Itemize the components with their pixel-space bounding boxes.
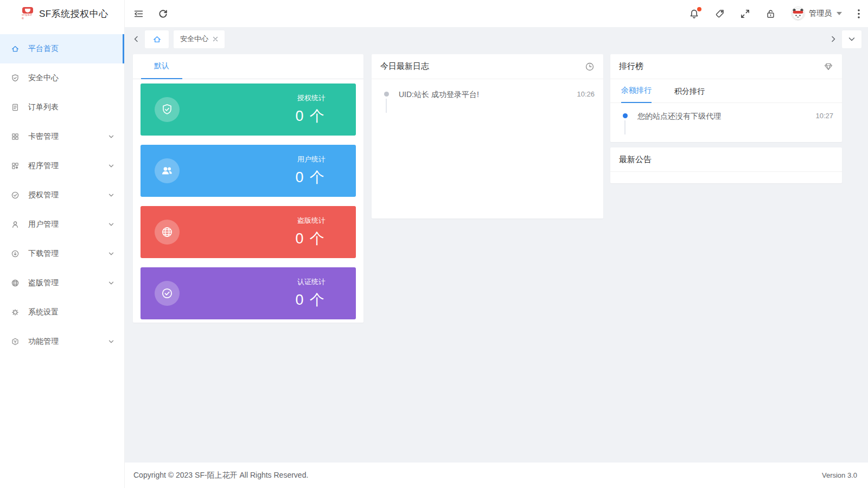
sidebar-item-platform-home[interactable]: 平台首页 <box>0 34 124 63</box>
stat-label: 授权统计 <box>295 93 326 103</box>
app-title: SF系统授权中心 <box>39 8 108 20</box>
sidebar-item-system-settings[interactable]: 系统设置 <box>0 298 124 327</box>
user-icon <box>11 220 20 229</box>
sidebar: SF系统授权 SF系统授权中心 平台首页 安全中心 订单列表 卡密管理 程序管理 <box>0 0 125 488</box>
user-menu[interactable]: 管理员 <box>791 7 842 21</box>
tab-security-center[interactable]: 安全中心 <box>174 30 225 48</box>
stat-card-users[interactable]: 用户统计 0 个 <box>141 145 356 197</box>
fullscreen-icon[interactable] <box>740 9 750 19</box>
stat-label: 认证统计 <box>295 277 326 287</box>
stats-panel-tabs: 默认 <box>133 54 363 79</box>
timeline-dot <box>623 113 628 118</box>
tab-bar: 安全中心 <box>125 27 868 51</box>
tab-label: 安全中心 <box>180 34 208 44</box>
tab-default[interactable]: 默认 <box>141 61 182 79</box>
sidebar-item-label: 程序管理 <box>28 161 108 171</box>
panel-title: 今日最新日志 <box>380 61 429 72</box>
app-logo-icon: SF系统授权 <box>22 7 34 20</box>
stat-cards: 授权统计 0 个 用户统计 0 个 盗版统计 0 个 <box>133 79 363 324</box>
sidebar-item-label: 安全中心 <box>28 73 114 83</box>
copyright-text: Copyright © 2023 SF-陌上花开 All Rights Rese… <box>133 471 308 480</box>
panel-title: 排行榜 <box>619 61 643 72</box>
sidebar-item-feature-mgmt[interactable]: 功能管理 <box>0 327 124 356</box>
log-time: 10:26 <box>577 89 595 98</box>
footer: Copyright © 2023 SF-陌上花开 All Rights Rese… <box>125 463 868 488</box>
sidebar-item-label: 用户管理 <box>28 220 108 229</box>
chevron-down-icon <box>108 192 114 198</box>
user-name: 管理员 <box>809 9 832 18</box>
top-header: 管理员 <box>125 0 868 27</box>
tabs-scroll-right-icon[interactable] <box>829 35 837 43</box>
panel-title: 最新公告 <box>619 155 652 165</box>
notice-panel: 最新公告 <box>610 147 842 183</box>
timeline-dot <box>384 92 389 97</box>
logo-row: SF系统授权 SF系统授权中心 <box>0 0 124 27</box>
shield-check-icon <box>11 74 20 82</box>
gem-icon <box>824 62 833 72</box>
stat-label: 盗版统计 <box>295 216 326 226</box>
rank-text: 您的站点还没有下级代理 <box>637 111 815 121</box>
today-log-panel: 今日最新日志 UID:站长 成功登录平台! 10:26 <box>372 54 603 219</box>
sidebar-item-piracy-mgmt[interactable]: 盗版管理 <box>0 268 124 298</box>
ranking-panel: 排行榜 余额排行 积分排行 您的站点还没有下级代理 10:27 <box>610 54 842 142</box>
sidebar-item-label: 订单列表 <box>28 102 114 112</box>
tabs-scroll-left-icon[interactable] <box>132 35 140 43</box>
stat-card-certification[interactable]: 认证统计 0 个 <box>141 267 356 319</box>
sidebar-item-card-key-mgmt[interactable]: 卡密管理 <box>0 122 124 151</box>
refresh-icon[interactable] <box>158 9 168 19</box>
stat-label: 用户统计 <box>295 155 326 164</box>
home-icon <box>11 44 20 53</box>
log-entry: UID:站长 成功登录平台! 10:26 <box>372 79 603 113</box>
sidebar-item-download-mgmt[interactable]: 下载管理 <box>0 239 124 268</box>
grid-plus-icon <box>11 162 20 170</box>
chevron-down-icon <box>108 251 114 257</box>
chevron-down-icon <box>848 35 856 43</box>
stat-value: 0 个 <box>295 168 326 187</box>
tab-home[interactable] <box>145 30 169 48</box>
gear-icon <box>11 308 20 317</box>
rank-entry: 您的站点还没有下级代理 10:27 <box>610 103 842 134</box>
stats-panel: 默认 授权统计 0 个 用户统计 0 个 盗 <box>133 54 363 323</box>
sidebar-item-license-mgmt[interactable]: 授权管理 <box>0 181 124 210</box>
tab-points-rank[interactable]: 积分排行 <box>674 87 705 103</box>
close-icon[interactable] <box>213 36 218 42</box>
version-text: Version 3.0 <box>822 471 857 479</box>
stat-card-authorization[interactable]: 授权统计 0 个 <box>141 84 356 136</box>
sidebar-item-order-list[interactable]: 订单列表 <box>0 93 124 122</box>
stat-value: 0 个 <box>295 290 326 310</box>
sidebar-item-user-mgmt[interactable]: 用户管理 <box>0 210 124 239</box>
sidebar-item-label: 系统设置 <box>28 307 114 317</box>
chevron-down-icon <box>108 133 114 140</box>
chevron-down-icon <box>108 338 114 345</box>
kebab-menu-icon[interactable] <box>857 9 860 19</box>
sidebar-item-security-center[interactable]: 安全中心 <box>0 63 124 93</box>
caret-down-icon <box>837 12 842 15</box>
grid-icon <box>11 132 20 141</box>
chevron-down-icon <box>108 221 114 228</box>
tag-icon[interactable] <box>714 9 725 19</box>
rank-time: 10:27 <box>815 111 833 120</box>
stat-value: 0 个 <box>295 229 326 248</box>
download-circle-icon <box>11 249 20 258</box>
home-icon <box>152 35 162 44</box>
sidebar-item-label: 下载管理 <box>28 249 108 259</box>
timeline-tail <box>386 99 387 113</box>
ranking-tabs: 余额排行 积分排行 <box>610 79 842 103</box>
clock-icon <box>585 62 595 72</box>
sidebar-item-label: 平台首页 <box>28 44 114 54</box>
tab-balance-rank[interactable]: 余额排行 <box>621 86 652 103</box>
globe-icon <box>155 220 180 245</box>
stat-card-piracy[interactable]: 盗版统计 0 个 <box>141 206 356 258</box>
check-circle-icon <box>155 281 180 306</box>
collapse-sidebar-icon[interactable] <box>133 9 144 19</box>
lock-icon[interactable] <box>765 9 776 19</box>
order-list-icon <box>11 103 20 112</box>
users-icon <box>155 158 180 183</box>
sidebar-item-program-mgmt[interactable]: 程序管理 <box>0 151 124 181</box>
log-text: UID:站长 成功登录平台! <box>399 89 577 100</box>
tabs-menu-dropdown[interactable] <box>842 30 861 48</box>
timeline-tail <box>624 120 626 134</box>
chevron-down-icon <box>108 280 114 286</box>
bell-icon[interactable] <box>689 9 699 19</box>
globe-icon <box>11 279 20 287</box>
